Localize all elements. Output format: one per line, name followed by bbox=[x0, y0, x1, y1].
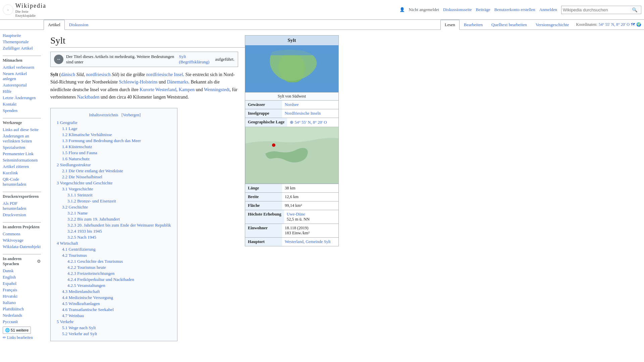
globe-icon: 🌍 bbox=[636, 22, 641, 27]
svg-rect-5 bbox=[245, 82, 338, 92]
sidebar-item-permanenter[interactable]: Permanenter Link bbox=[3, 151, 41, 157]
tab-quelltext[interactable]: Quelltext bearbeiten bbox=[487, 20, 531, 30]
search-input[interactable] bbox=[563, 7, 630, 12]
toc-item-4-1: 4.1 Gentrifizierung bbox=[57, 246, 171, 252]
toc-item-4-3: 4.3 Medienlandschaft bbox=[57, 289, 171, 295]
logo-text: Wikipedia Die freie Enzyklopädie bbox=[15, 2, 46, 17]
sidebar-divider-4 bbox=[3, 222, 41, 223]
page-header: W Wikipedia Die freie Enzyklopädie 👤 Nic… bbox=[0, 0, 644, 20]
sidebar-navigation: Hauptseite Themenportale Zufälliger Arti… bbox=[3, 33, 41, 52]
sidebar-item-aenderungen[interactable]: Änderungen an verlinkten Seiten bbox=[3, 133, 41, 144]
tab-versionsgeschichte[interactable]: Versionsgeschichte bbox=[531, 20, 574, 30]
toc-item-4-2-2: 4.2.2 Tourismus heute bbox=[57, 264, 171, 270]
tabs-bar: Artikel Diskussion Lesen Bearbeiten Quel… bbox=[0, 20, 644, 30]
toc-item-3-2-2: 3.2.2 Bis zum 19. Jahrhundert bbox=[57, 216, 171, 222]
toc-title-text: Inhaltsverzeichnis bbox=[89, 113, 118, 117]
disambig-text: Der Titel dieses Artikels ist mehrdeutig… bbox=[66, 54, 176, 65]
sidebar-item-commons[interactable]: Commons bbox=[3, 231, 41, 237]
toc-item-3-1-2: 3.1.2 Bronze- und Eisenzeit bbox=[57, 198, 171, 204]
tab-bearbeiten[interactable]: Bearbeiten bbox=[460, 20, 487, 30]
tab-lesen[interactable]: Lesen bbox=[440, 20, 460, 30]
sidebar-item-english[interactable]: English bbox=[3, 274, 41, 281]
sidebar-item-seiteninformationen[interactable]: Seiteninformationen bbox=[3, 157, 41, 164]
contributions-link[interactable]: Beiträge bbox=[476, 7, 490, 12]
sidebar-divider-3 bbox=[3, 192, 41, 192]
toc-item-4-2: 4.2 Tourismus bbox=[57, 252, 171, 258]
sidebar-item-wikidata[interactable]: Wikidata-Datenobjekt bbox=[3, 244, 41, 250]
toc-item-5: 5 Verkehr bbox=[57, 319, 171, 325]
wikipedia-logo: W bbox=[3, 1, 13, 18]
toc: Inhaltsverzeichnis [Verbergen] 1 Geograf… bbox=[50, 108, 177, 341]
map-svg bbox=[245, 127, 338, 184]
sidebar-item-russisch[interactable]: Русский bbox=[3, 319, 41, 325]
sidebar-item-qr-code[interactable]: QR-Code herunterladen bbox=[3, 176, 41, 188]
user-icon: 👤 bbox=[399, 7, 405, 12]
sidebar-item-francais[interactable]: Français bbox=[3, 287, 41, 293]
sidebar-divider-5 bbox=[3, 254, 41, 254]
toc-item-3-1: 3.1 Vorgeschichte bbox=[57, 186, 171, 192]
sidebar-item-wikivoyage[interactable]: Wikivoyage bbox=[3, 237, 41, 244]
toc-verbergen[interactable]: [Verbergen] bbox=[121, 113, 141, 117]
sidebar-item-dansk[interactable]: Dansk bbox=[3, 268, 41, 274]
sidebar-item-druckversion[interactable]: Druckversion bbox=[3, 212, 41, 218]
toc-item-4-2-3: 4.2.3 Freizeiteinrichtungen bbox=[57, 270, 171, 277]
tab-diskussion[interactable]: Diskussion bbox=[65, 20, 93, 30]
disambig-link[interactable]: Sylt (Begriffsklärung) bbox=[179, 54, 212, 65]
coords-link[interactable]: 54° 55′ N, 8° 20′ O bbox=[599, 22, 630, 27]
gear-icon[interactable]: ⚙ bbox=[37, 259, 41, 264]
toc-item-1-2: 1.2 Klimatische Verhältnisse bbox=[57, 132, 171, 138]
sidebar-item-hrvatski[interactable]: Hrvatski bbox=[3, 293, 41, 300]
sidebar-item-hauptseite[interactable]: Hauptseite bbox=[3, 33, 41, 39]
sidebar-item-links-bearbeiten[interactable]: ✏ Links bearbeiten bbox=[3, 335, 41, 340]
sidebar-item-letzte-aenderungen[interactable]: Letzte Änderungen bbox=[3, 95, 41, 101]
create-account-link[interactable]: Benutzerkonto erstellen bbox=[494, 7, 535, 12]
sidebar-item-themenportale[interactable]: Themenportale bbox=[3, 39, 41, 45]
sidebar-item-artikel-verbessern[interactable]: Artikel verbessern bbox=[3, 64, 41, 71]
discussion-link[interactable]: Diskussionsseite bbox=[443, 7, 472, 12]
toc-item-3-2-4: 3.2.4 1933 bis 1945 bbox=[57, 228, 171, 234]
weitere-button[interactable]: 🌐 51 weitere bbox=[3, 326, 31, 334]
logo-wikipedia: Wikipedia bbox=[15, 2, 46, 9]
toc-item-4-4: 4.4 Medizinische Versorgung bbox=[57, 295, 171, 301]
toc-item-3-2: 3.2 Geschichte bbox=[57, 204, 171, 210]
tab-artikel[interactable]: Artikel bbox=[44, 20, 65, 30]
toc-item-1-1: 1.1 Lage bbox=[57, 126, 171, 132]
sidebar-divider-2 bbox=[3, 118, 41, 118]
sidebar-item-hilfe[interactable]: Hilfe bbox=[3, 88, 41, 95]
search-button[interactable]: 🔍 bbox=[630, 7, 640, 13]
sidebar-item-kurzlink[interactable]: Kurzlink bbox=[3, 170, 41, 176]
toc-item-4-5: 4.5 Windkraftanlagen bbox=[57, 301, 171, 307]
sidebar: Hauptseite Themenportale Zufälliger Arti… bbox=[0, 30, 44, 349]
toc-item-2: 2 Siedlungsstruktur bbox=[57, 162, 171, 168]
sidebar-item-spenden[interactable]: Spenden bbox=[3, 108, 41, 114]
toc-item-1-3: 1.3 Formung und Bedrohung durch das Meer bbox=[57, 138, 171, 144]
toc-item-1-4: 1.4 Küstenschutz bbox=[57, 144, 171, 150]
weitere-label: 51 weitere bbox=[11, 328, 29, 332]
sidebar-item-links-auf[interactable]: Links auf diese Seite bbox=[3, 127, 41, 133]
toc-item-2-1: 2.1 Die Orte entlang der Westküste bbox=[57, 168, 171, 174]
sidebar-item-nederlands[interactable]: Nederlands bbox=[3, 312, 41, 319]
toc-title: Inhaltsverzeichnis [Verbergen] bbox=[57, 112, 171, 118]
map-icon: 🗺 bbox=[631, 22, 635, 27]
login-link[interactable]: Anmelden bbox=[539, 7, 557, 12]
coords-bar: Koordinaten: 54° 55′ N, 8° 20′ O 🗺 🌍 bbox=[573, 20, 644, 29]
infobox-row-flaeche: Fläche 99,14 km² bbox=[245, 201, 338, 210]
toc-item-4: 4 Wirtschaft bbox=[57, 240, 171, 246]
sidebar-item-espanol[interactable]: Español bbox=[3, 281, 41, 287]
sidebar-item-neuen-artikel[interactable]: Neuen Artikel anlegen bbox=[3, 71, 41, 82]
sidebar-item-spezialseiten[interactable]: Spezialseiten bbox=[3, 144, 41, 151]
sidebar-andere-sprachen: In anderen Sprachen ⚙ Dansk English Espa… bbox=[3, 256, 41, 340]
sidebar-item-plattdeutsch[interactable]: Plattdüütsch bbox=[3, 306, 41, 312]
toc-item-4-2-1: 4.2.1 Geschichte des Tourismus bbox=[57, 258, 171, 264]
sidebar-item-zufaelliger[interactable]: Zufälliger Artikel bbox=[3, 45, 41, 52]
toc-item-5-2: 5.2 Verkehr auf Sylt bbox=[57, 331, 171, 337]
sidebar-item-italiano[interactable]: Italiano bbox=[3, 300, 41, 306]
infobox-row-einwohner: Einwohner 18.118 (2019)183 Einw./km² bbox=[245, 224, 338, 237]
sidebar-item-kontakt[interactable]: Kontakt bbox=[3, 101, 41, 108]
sidebar-item-artikel-zitieren[interactable]: Artikel zitieren bbox=[3, 164, 41, 170]
sidebar-drucken: Drucken/exportieren Als PDF herunterlade… bbox=[3, 194, 41, 218]
sidebar-item-als-pdf[interactable]: Als PDF herunterladen bbox=[3, 200, 41, 212]
sidebar-item-autorenportal[interactable]: Autorenportal bbox=[3, 82, 41, 88]
disambig-suffix: aufgeführt. bbox=[215, 57, 234, 62]
toc-item-4-6: 4.6 Transatlantische Seekabel bbox=[57, 307, 171, 313]
